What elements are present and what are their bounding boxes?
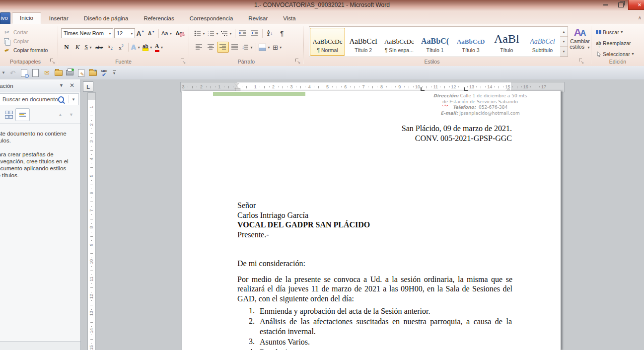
- select-button[interactable]: Seleccionar▼: [594, 50, 635, 58]
- change-case-button[interactable]: Aa▼: [160, 28, 173, 39]
- ruler-number: 17: [541, 84, 546, 89]
- tab-dise-o-de-p-gina[interactable]: Diseño de página: [76, 13, 136, 24]
- style-card-1[interactable]: AaBbCcDc¶ Normal: [310, 28, 345, 56]
- undo-button[interactable]: ↶: [7, 68, 18, 78]
- copy-button[interactable]: Copiar: [3, 37, 29, 46]
- tab-insertar[interactable]: Insertar: [42, 13, 76, 24]
- italic-button[interactable]: K: [72, 42, 83, 53]
- style-card-5[interactable]: AaBbCcDTítulo 3: [453, 28, 489, 56]
- ruler-tick: [91, 172, 92, 172]
- font-size-combo[interactable]: 12▼: [114, 28, 135, 38]
- change-styles-button[interactable]: AA Cambiar estilos ▼: [569, 26, 591, 62]
- tab-vista[interactable]: Vista: [276, 13, 303, 24]
- borders-button[interactable]: ⊞▼: [272, 42, 284, 53]
- align-center-button[interactable]: [205, 42, 217, 53]
- new-document-icon: [32, 69, 39, 77]
- shading-button[interactable]: ▼: [258, 42, 272, 53]
- gallery-more-button[interactable]: ▼: [560, 47, 568, 57]
- insert-folder-button[interactable]: [87, 68, 98, 78]
- sort-button[interactable]: AZ ↓: [264, 28, 276, 39]
- cut-button[interactable]: ✂ Cortar: [3, 28, 28, 37]
- paragraph-dialog-launcher[interactable]: [295, 59, 300, 64]
- multilevel-list-button[interactable]: ▼: [220, 28, 233, 39]
- vertical-ruler[interactable]: 123456789101112131415: [87, 92, 96, 350]
- previous-result-button[interactable]: ▲: [58, 112, 63, 117]
- justify-button[interactable]: [229, 42, 241, 53]
- restore-button[interactable]: [613, 0, 628, 9]
- open-button[interactable]: [53, 68, 64, 78]
- gallery-down-button[interactable]: ▼: [560, 37, 568, 47]
- tab-revisar[interactable]: Revisar: [241, 13, 275, 24]
- letterhead-text: 052-676-384: [476, 105, 507, 110]
- ruler-tick: [91, 129, 92, 129]
- spelling-button[interactable]: ABC✔: [98, 68, 110, 78]
- document-page[interactable]: Dirección: Calle 1 de diciembre a 50 mts…: [182, 91, 561, 350]
- tab-stop-selector[interactable]: L: [83, 81, 93, 92]
- tab-archivo[interactable]: Archivo: [0, 12, 10, 24]
- ruler-tick: [359, 86, 359, 87]
- attachment-button[interactable]: ✉: [41, 68, 53, 78]
- shrink-font-button[interactable]: A▼: [146, 28, 157, 39]
- edit-button[interactable]: [75, 68, 87, 78]
- style-card-2[interactable]: AaBbCcITítulo 2: [346, 28, 381, 56]
- qat-menu-button[interactable]: ▼: [0, 68, 7, 78]
- search-options-button[interactable]: ▼: [72, 97, 75, 102]
- tab-referencias[interactable]: Referencias: [136, 13, 181, 24]
- tab-inicio[interactable]: Inicio: [12, 12, 41, 24]
- subscript-button[interactable]: x2: [105, 42, 116, 53]
- ruler-number: 13: [469, 84, 474, 89]
- find-button[interactable]: Buscar▼: [594, 28, 624, 36]
- ruler-number: 11: [433, 84, 438, 89]
- bullets-button[interactable]: ▼: [193, 28, 207, 39]
- superscript-button[interactable]: x2: [116, 42, 127, 53]
- gallery-up-button[interactable]: ▲: [560, 27, 568, 37]
- print-preview-button[interactable]: [18, 68, 30, 78]
- align-left-button[interactable]: [193, 42, 205, 53]
- highlight-button[interactable]: ab▼: [142, 42, 154, 53]
- pane-close-button[interactable]: ✕: [70, 82, 74, 89]
- replace-button[interactable]: ab Reemplazar: [594, 39, 631, 47]
- decrease-indent-button[interactable]: [237, 28, 249, 39]
- new-document-button[interactable]: [30, 68, 41, 78]
- grow-font-button[interactable]: A▲: [135, 28, 146, 39]
- text-effects-button[interactable]: A▼: [130, 42, 142, 53]
- close-button[interactable]: ×: [628, 0, 644, 10]
- styles-dialog-launcher[interactable]: [579, 59, 584, 64]
- font-name-combo[interactable]: Times New Rom▼: [61, 28, 113, 38]
- ruler-tick: [215, 86, 215, 87]
- collapse-ribbon-button[interactable]: ∧: [638, 15, 642, 20]
- minimize-button[interactable]: [598, 0, 613, 9]
- bold-button[interactable]: N: [61, 42, 72, 53]
- next-result-button[interactable]: ▼: [69, 112, 73, 117]
- ruler-tick: [485, 86, 486, 87]
- underline-button[interactable]: S▼: [83, 42, 94, 53]
- font-color-button[interactable]: A▼: [154, 42, 165, 53]
- ruler-tick: [449, 86, 450, 87]
- font-dialog-launcher[interactable]: [181, 59, 186, 64]
- tab-stop-marker[interactable]: [464, 87, 468, 91]
- document-search-box[interactable]: Buscar en documento ▼: [0, 93, 79, 105]
- style-card-3[interactable]: AaBbCcDc¶ Sin espa...: [381, 28, 417, 56]
- browse-headings-tab[interactable]: [1, 108, 15, 121]
- align-right-button[interactable]: [217, 42, 229, 53]
- increase-indent-button[interactable]: [249, 28, 261, 39]
- show-marks-button[interactable]: ¶: [276, 28, 288, 39]
- style-card-6[interactable]: AaBlTítulo: [489, 28, 524, 56]
- toolbar-overflow-button[interactable]: ▼: [110, 68, 119, 78]
- ruler-tick: [521, 86, 522, 87]
- ruler-tick: [278, 86, 279, 87]
- format-painter-button[interactable]: ✒ Copiar formato: [3, 46, 48, 55]
- line-spacing-button[interactable]: ↕ ▼: [241, 42, 254, 53]
- strikethrough-button[interactable]: abe: [94, 42, 105, 53]
- quick-print-button[interactable]: [64, 68, 75, 78]
- browse-pages-tab[interactable]: [15, 108, 30, 121]
- style-card-4[interactable]: AaBbC(Título 1: [417, 28, 452, 56]
- clear-formatting-button[interactable]: Aa: [173, 28, 184, 39]
- tab-correspondencia[interactable]: Correspondencia: [182, 13, 241, 24]
- pane-options-button[interactable]: ▼: [59, 83, 64, 88]
- clipboard-dialog-launcher[interactable]: [50, 59, 55, 64]
- tab-stop-marker[interactable]: [421, 87, 425, 91]
- style-card-7[interactable]: AaBbCclSubtítulo: [525, 28, 560, 56]
- numbering-button[interactable]: 123▼: [207, 28, 220, 39]
- ruler-tick: [90, 271, 93, 271]
